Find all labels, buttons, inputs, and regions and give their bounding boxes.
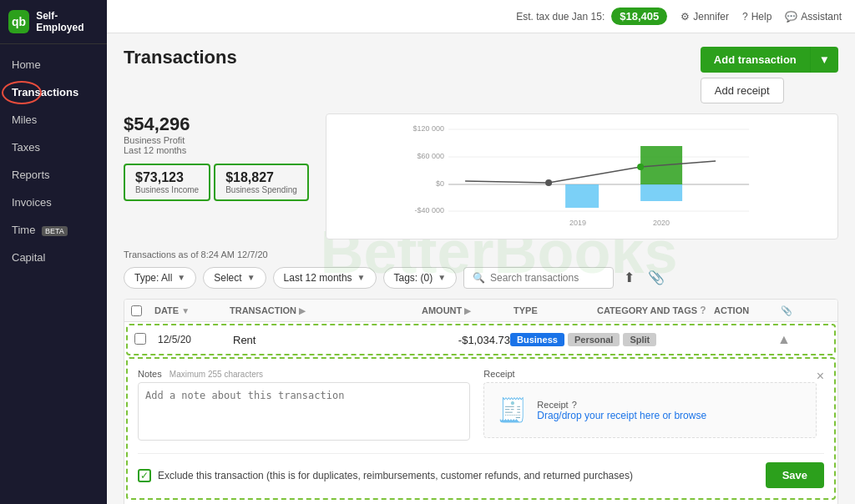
row-date: 12/5/20 <box>158 334 233 345</box>
tax-label: Est. tax due Jan 15: <box>516 11 605 23</box>
row-type-buttons: Business Personal Split <box>510 333 594 346</box>
th-transaction[interactable]: TRANSACTION ▶ <box>230 305 422 316</box>
svg-rect-9 <box>565 184 599 208</box>
browse-link[interactable]: browse <box>674 410 706 421</box>
search-input[interactable] <box>490 272 605 284</box>
close-detail-button[interactable]: × <box>817 369 824 384</box>
sidebar-nav: Home Transactions Miles Taxes Reports In… <box>0 44 107 271</box>
page-content: BetterBooks Transactions Add transaction… <box>107 33 855 504</box>
help-button[interactable]: ? Help <box>742 11 772 23</box>
app-logo: qb Self-Employed <box>0 0 107 44</box>
tax-info: Est. tax due Jan 15: $18,405 <box>516 8 667 25</box>
profit-stat: $54,296 Business Profit Last 12 months <box>124 113 312 155</box>
income-stat: $73,123 Business Income <box>124 164 210 201</box>
notes-section: Notes Maximum 255 characters <box>138 369 470 443</box>
user-name: Jennifer <box>693 11 729 23</box>
table-header: DATE ▼ TRANSACTION ▶ AMOUNT ▶ TYPE CATEG… <box>124 300 837 322</box>
notes-label: Notes Maximum 255 characters <box>138 369 470 379</box>
personal-type-button[interactable]: Personal <box>568 333 620 346</box>
save-button[interactable]: Save <box>766 462 824 488</box>
exclude-left: ✓ Exclude this transaction (this is for … <box>138 469 633 482</box>
receipt-label: Receipt <box>483 369 816 379</box>
row-checkbox-cell <box>134 333 158 347</box>
row-expand-button[interactable]: ▲ <box>777 332 827 347</box>
sidebar-item-time[interactable]: Time BETA <box>0 216 107 244</box>
add-transaction-group: Add transaction ▼ <box>701 47 838 73</box>
assistant-button[interactable]: 💬 Assistant <box>785 11 842 23</box>
sidebar-item-invoices[interactable]: Invoices <box>0 189 107 216</box>
exclude-checkbox[interactable]: ✓ <box>138 469 151 482</box>
expanded-row-detail: × Notes Maximum 255 characters Receipt <box>126 357 836 500</box>
row-amount: -$1,034.73 <box>418 334 510 346</box>
export-button[interactable]: ⬆ <box>620 266 638 289</box>
main-content: Est. tax due Jan 15: $18,405 ⚙ Jennifer … <box>107 0 855 504</box>
svg-rect-11 <box>640 184 682 201</box>
date-filter[interactable]: Last 12 months ▼ <box>273 267 377 289</box>
chart-area: $120 000 $60 000 $0 -$40 000 <box>326 113 838 239</box>
select-filter-chevron: ▼ <box>247 273 255 282</box>
receipt-instructions: Drag/drop your receipt here or browse <box>537 410 706 421</box>
receipt-icon: 🧾 <box>498 396 527 424</box>
assistant-icon: 💬 <box>785 11 797 23</box>
profit-label: Business Profit <box>124 135 312 145</box>
add-transaction-dropdown[interactable]: ▼ <box>810 47 838 73</box>
add-transaction-button[interactable]: Add transaction <box>701 47 810 73</box>
question-icon: ? <box>742 11 748 23</box>
sidebar-item-transactions[interactable]: Transactions <box>0 78 107 106</box>
svg-point-12 <box>545 179 552 186</box>
expanded-grid: Notes Maximum 255 characters Receipt 🧾 <box>138 369 817 443</box>
stat-sub-row: $73,123 Business Income $18,827 Business… <box>124 164 312 201</box>
th-type: TYPE <box>514 305 597 316</box>
receipt-section: Receipt 🧾 Receipt ? Drag/drop your rece <box>483 369 816 443</box>
svg-text:-$40 000: -$40 000 <box>414 206 444 214</box>
split-type-button[interactable]: Split <box>623 333 656 346</box>
sidebar-item-home[interactable]: Home <box>0 51 107 78</box>
type-filter[interactable]: Type: All ▼ <box>124 267 196 289</box>
spending-stat: $18,827 Business Spending <box>214 164 309 201</box>
sidebar-item-reports[interactable]: Reports <box>0 161 107 189</box>
receipt-info: Receipt ? Drag/drop your receipt here or… <box>537 400 706 421</box>
exclude-row: ✓ Exclude this transaction (this is for … <box>138 453 824 488</box>
tags-filter[interactable]: Tags: (0) ▼ <box>383 267 458 289</box>
business-type-button[interactable]: Business <box>510 333 564 346</box>
svg-point-13 <box>637 164 644 170</box>
receipt-title-row: Receipt ? <box>537 400 706 410</box>
tax-amount: $18,405 <box>611 8 667 25</box>
select-all-checkbox[interactable] <box>131 305 142 316</box>
transactions-table: DATE ▼ TRANSACTION ▶ AMOUNT ▶ TYPE CATEG… <box>124 299 838 504</box>
th-amount[interactable]: AMOUNT ▶ <box>422 305 514 316</box>
sidebar-item-capital[interactable]: Capital <box>0 244 107 271</box>
header-actions: Add transaction ▼ Add receipt <box>701 47 838 103</box>
svg-text:$60 000: $60 000 <box>417 152 444 160</box>
user-menu[interactable]: ⚙ Jennifer <box>680 11 729 23</box>
exclude-label: Exclude this transaction (this is for du… <box>158 470 633 481</box>
th-attach: 📎 <box>781 305 831 316</box>
tags-filter-chevron: ▼ <box>438 273 446 282</box>
date-filter-chevron: ▼ <box>357 273 366 282</box>
svg-text:$0: $0 <box>436 179 444 188</box>
info-icon: ? <box>572 400 577 410</box>
select-filter[interactable]: Select ▼ <box>203 267 266 289</box>
stats-chart-row: $54,296 Business Profit Last 12 months $… <box>124 113 838 239</box>
attach-button[interactable]: 📎 <box>645 266 668 289</box>
search-icon: 🔍 <box>473 272 485 284</box>
svg-text:2020: 2020 <box>653 219 670 227</box>
spending-amount: $18,827 <box>225 170 297 185</box>
add-receipt-button[interactable]: Add receipt <box>701 78 784 103</box>
svg-text:$120 000: $120 000 <box>412 124 444 133</box>
income-amount: $73,123 <box>135 170 199 185</box>
sidebar-item-taxes[interactable]: Taxes <box>0 134 107 161</box>
income-label: Business Income <box>135 185 199 194</box>
sidebar: qb Self-Employed Home Transactions Miles… <box>0 0 107 504</box>
notes-textarea[interactable] <box>138 382 470 441</box>
svg-text:2019: 2019 <box>569 219 586 227</box>
table-row: 12/5/20 Rent -$1,034.73 Business Persona… <box>126 324 836 355</box>
page-title: Transactions <box>124 47 237 68</box>
row-transaction-name: Rent <box>233 334 418 346</box>
beta-badge: BETA <box>42 226 68 236</box>
sidebar-item-miles[interactable]: Miles <box>0 106 107 134</box>
receipt-drop-zone[interactable]: 🧾 Receipt ? Drag/drop your receipt here … <box>483 382 816 438</box>
logo-icon: qb <box>8 10 29 33</box>
th-date[interactable]: DATE ▼ <box>154 305 230 316</box>
row-checkbox[interactable] <box>134 333 146 345</box>
